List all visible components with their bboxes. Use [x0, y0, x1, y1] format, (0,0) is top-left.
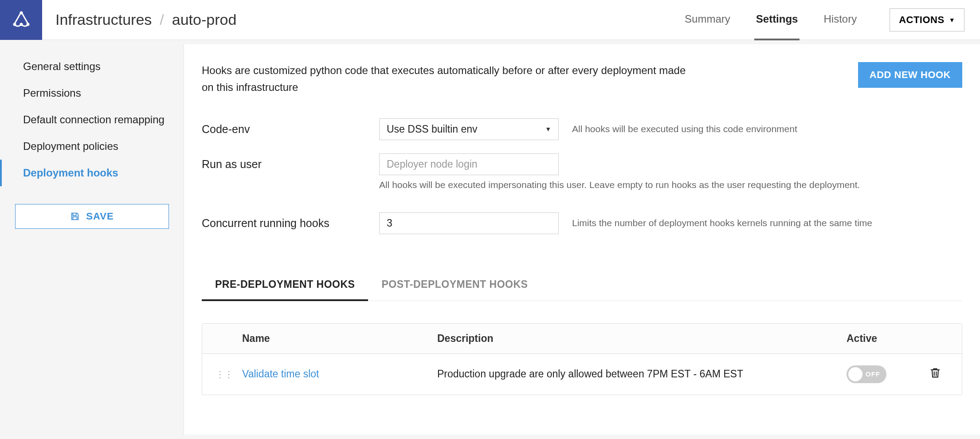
- runas-label: Run as user: [202, 153, 366, 171]
- drag-handle-icon[interactable]: ⋮⋮: [216, 369, 233, 379]
- breadcrumb-current: auto-prod: [172, 11, 237, 28]
- caret-down-icon: ▼: [949, 16, 955, 24]
- tab-settings[interactable]: Settings: [754, 0, 800, 40]
- settings-sidebar: General settings Permissions Default con…: [0, 40, 184, 435]
- sidebar-item-deployment-policies[interactable]: Deployment policies: [0, 133, 184, 160]
- svg-point-3: [20, 23, 23, 26]
- col-header-name: Name: [242, 333, 437, 345]
- codeenv-label: Code-env: [202, 123, 366, 136]
- delete-hook-button[interactable]: [929, 370, 941, 381]
- add-new-hook-button[interactable]: ADD NEW HOOK: [858, 62, 962, 88]
- main-panel: Hooks are customized python code that ex…: [184, 44, 980, 435]
- trash-icon: [929, 367, 941, 379]
- app-header: Infrastructures / auto-prod Summary Sett…: [0, 0, 980, 40]
- save-label: SAVE: [86, 211, 114, 222]
- col-header-active: Active: [847, 333, 922, 345]
- svg-point-0: [20, 12, 23, 15]
- tab-post-deployment-hooks[interactable]: POST-DEPLOYMENT HOOKS: [368, 270, 541, 301]
- table-row: ⋮⋮ Validate time slot Production upgrade…: [202, 354, 962, 395]
- actions-dropdown[interactable]: ACTIONS ▼: [890, 8, 964, 31]
- tab-history[interactable]: History: [822, 0, 858, 40]
- app-logo[interactable]: [0, 0, 42, 40]
- codeenv-value: Use DSS builtin env: [387, 123, 478, 135]
- toggle-knob: [848, 367, 862, 381]
- hook-active-toggle[interactable]: OFF: [847, 365, 886, 383]
- breadcrumb-root[interactable]: Infrastructures: [55, 11, 152, 28]
- sidebar-item-connection-remapping[interactable]: Default connection remapping: [0, 106, 184, 133]
- svg-point-2: [26, 23, 29, 26]
- col-header-description: Description: [437, 333, 847, 345]
- breadcrumb: Infrastructures / auto-prod: [42, 0, 683, 39]
- svg-point-1: [13, 23, 16, 26]
- hooks-table: Name Description Active ⋮⋮ Validate time…: [202, 323, 962, 395]
- caret-down-icon: ▼: [545, 125, 551, 133]
- actions-label: ACTIONS: [899, 14, 945, 26]
- intro-text: Hooks are customized python code that ex…: [202, 62, 698, 96]
- codeenv-help: All hooks will be executed using this co…: [572, 124, 797, 134]
- hook-category-tabs: PRE-DEPLOYMENT HOOKS POST-DEPLOYMENT HOO…: [202, 270, 962, 301]
- hooks-table-header: Name Description Active: [202, 324, 962, 354]
- sidebar-item-permissions[interactable]: Permissions: [0, 80, 184, 106]
- runas-input[interactable]: [379, 153, 559, 175]
- runas-help: All hooks will be executed impersonating…: [379, 180, 860, 190]
- concurrent-input[interactable]: [379, 212, 559, 234]
- breadcrumb-separator: /: [160, 11, 164, 28]
- tab-summary[interactable]: Summary: [683, 0, 732, 40]
- codeenv-select[interactable]: Use DSS builtin env ▼: [379, 118, 559, 140]
- top-tabs: Summary Settings History ACTIONS ▼: [683, 0, 980, 39]
- save-button[interactable]: SAVE: [15, 204, 169, 229]
- save-icon: [70, 212, 80, 221]
- hook-description: Production upgrade are only allowed betw…: [437, 368, 847, 380]
- concurrent-help: Limits the number of deployment hooks ke…: [572, 218, 872, 228]
- logo-icon: [11, 9, 32, 31]
- tab-pre-deployment-hooks[interactable]: PRE-DEPLOYMENT HOOKS: [202, 270, 368, 301]
- toggle-label: OFF: [866, 370, 880, 378]
- sidebar-item-general[interactable]: General settings: [0, 53, 184, 80]
- sidebar-item-deployment-hooks[interactable]: Deployment hooks: [0, 160, 184, 186]
- hook-name-link[interactable]: Validate time slot: [242, 368, 319, 380]
- concurrent-label: Concurrent running hooks: [202, 217, 366, 230]
